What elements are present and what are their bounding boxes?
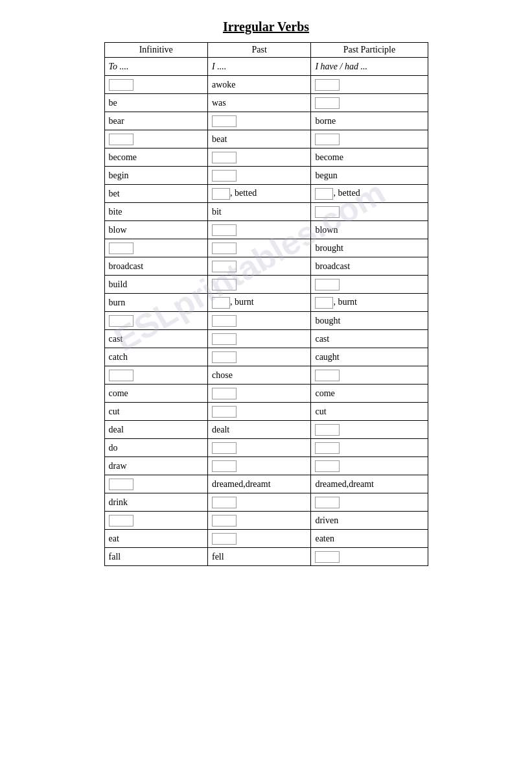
answer-box-past[interactable] xyxy=(212,224,237,236)
table-row: bet, betted, betted xyxy=(104,185,428,203)
cell-infinitive xyxy=(104,130,207,148)
cell-infinitive: cast xyxy=(104,330,207,348)
cell-past-participle: , burnt xyxy=(311,294,428,312)
cell-infinitive: broadcast xyxy=(104,257,207,276)
cell-infinitive: blow xyxy=(104,221,207,239)
subheader-infinitive: To .... xyxy=(104,58,207,76)
answer-box-pp[interactable] xyxy=(315,370,340,381)
answer-box-past[interactable] xyxy=(212,388,237,399)
table-row: driven xyxy=(104,512,428,530)
cell-infinitive: do xyxy=(104,439,207,457)
cell-past-participle: broadcast xyxy=(311,257,428,276)
header-past-participle: Past Participle xyxy=(311,43,428,58)
answer-box-infinitive[interactable] xyxy=(109,134,133,145)
answer-box-past[interactable] xyxy=(212,170,237,182)
column-headers: Infinitive Past Past Participle xyxy=(104,43,428,58)
cell-past xyxy=(207,330,310,348)
answer-box-past[interactable] xyxy=(212,297,230,309)
cell-past xyxy=(207,112,310,130)
cell-infinitive: catch xyxy=(104,348,207,366)
answer-box-past[interactable] xyxy=(212,261,237,272)
cell-past xyxy=(207,457,310,475)
answer-box-infinitive[interactable] xyxy=(109,515,133,527)
answer-box-infinitive[interactable] xyxy=(109,79,133,91)
answer-box-pp[interactable] xyxy=(315,551,340,563)
answer-box-pp[interactable] xyxy=(315,134,340,145)
cell-infinitive: bite xyxy=(104,203,207,221)
answer-box-past[interactable] xyxy=(212,333,237,345)
table-row: castcast xyxy=(104,330,428,348)
cell-infinitive: draw xyxy=(104,457,207,475)
verb-table-wrapper: Infinitive Past Past Participle To .... … xyxy=(104,42,428,566)
answer-box-pp[interactable] xyxy=(315,188,333,200)
cell-past: dreamed,dreamt xyxy=(207,475,310,493)
cell-past-participle: blown xyxy=(311,221,428,239)
answer-box-past[interactable] xyxy=(212,442,237,454)
table-row: blowblown xyxy=(104,221,428,239)
cell-past xyxy=(207,239,310,257)
cell-infinitive: build xyxy=(104,276,207,294)
answer-box-past[interactable] xyxy=(212,152,237,163)
answer-box-pp[interactable] xyxy=(315,424,340,436)
cell-infinitive xyxy=(104,475,207,493)
cell-past-participle: caught xyxy=(311,348,428,366)
cell-past-participle xyxy=(311,439,428,457)
cell-infinitive: eat xyxy=(104,530,207,548)
cell-past-participle xyxy=(311,130,428,148)
table-row: bitebit xyxy=(104,203,428,221)
cell-past: awoke xyxy=(207,76,310,94)
cell-infinitive xyxy=(104,312,207,330)
answer-box-pp[interactable] xyxy=(315,97,340,109)
cell-past: was xyxy=(207,94,310,112)
cell-infinitive xyxy=(104,76,207,94)
subheader-past: I .... xyxy=(207,58,310,76)
table-row: catchcaught xyxy=(104,348,428,366)
answer-box-pp[interactable] xyxy=(315,79,340,91)
answer-box-past[interactable] xyxy=(212,188,230,200)
table-row: burn, burnt, burnt xyxy=(104,294,428,312)
cell-infinitive xyxy=(104,239,207,257)
answer-box-past[interactable] xyxy=(212,351,237,363)
cell-past xyxy=(207,530,310,548)
table-row: comecome xyxy=(104,385,428,403)
answer-box-pp[interactable] xyxy=(315,497,340,508)
answer-box-pp[interactable] xyxy=(315,206,340,218)
answer-box-past[interactable] xyxy=(212,406,237,418)
answer-box-infinitive[interactable] xyxy=(109,315,133,327)
table-row: beginbegun xyxy=(104,167,428,185)
answer-box-infinitive[interactable] xyxy=(109,243,133,254)
cell-past xyxy=(207,148,310,167)
cell-infinitive: deal xyxy=(104,421,207,439)
table-row: beat xyxy=(104,130,428,148)
cell-past-participle: dreamed,dreamt xyxy=(311,475,428,493)
table-row: chose xyxy=(104,366,428,385)
answer-box-past[interactable] xyxy=(212,497,237,508)
cell-infinitive: cut xyxy=(104,403,207,421)
table-row: eateaten xyxy=(104,530,428,548)
answer-box-past[interactable] xyxy=(212,315,237,327)
answer-box-past[interactable] xyxy=(212,243,237,254)
cell-past-participle: come xyxy=(311,385,428,403)
cell-past-participle: begun xyxy=(311,167,428,185)
page-title: Irregular Verbs xyxy=(223,19,309,34)
answer-box-past[interactable] xyxy=(212,115,237,127)
answer-box-past[interactable] xyxy=(212,515,237,527)
answer-box-infinitive[interactable] xyxy=(109,370,133,381)
answer-box-pp[interactable] xyxy=(315,460,340,472)
answer-box-infinitive[interactable] xyxy=(109,479,133,490)
cell-past-participle: cast xyxy=(311,330,428,348)
answer-box-pp[interactable] xyxy=(315,442,340,454)
answer-box-pp[interactable] xyxy=(315,279,340,290)
table-row: broadcastbroadcast xyxy=(104,257,428,276)
answer-box-past[interactable] xyxy=(212,460,237,472)
answer-box-pp[interactable] xyxy=(315,297,333,309)
cell-past-participle xyxy=(311,421,428,439)
cell-past-participle xyxy=(311,76,428,94)
cell-past-participle: , betted xyxy=(311,185,428,203)
cell-infinitive: bear xyxy=(104,112,207,130)
answer-box-past[interactable] xyxy=(212,279,237,290)
answer-box-past[interactable] xyxy=(212,533,237,545)
header-infinitive: Infinitive xyxy=(104,43,207,58)
cell-past: chose xyxy=(207,366,310,385)
cell-past xyxy=(207,276,310,294)
